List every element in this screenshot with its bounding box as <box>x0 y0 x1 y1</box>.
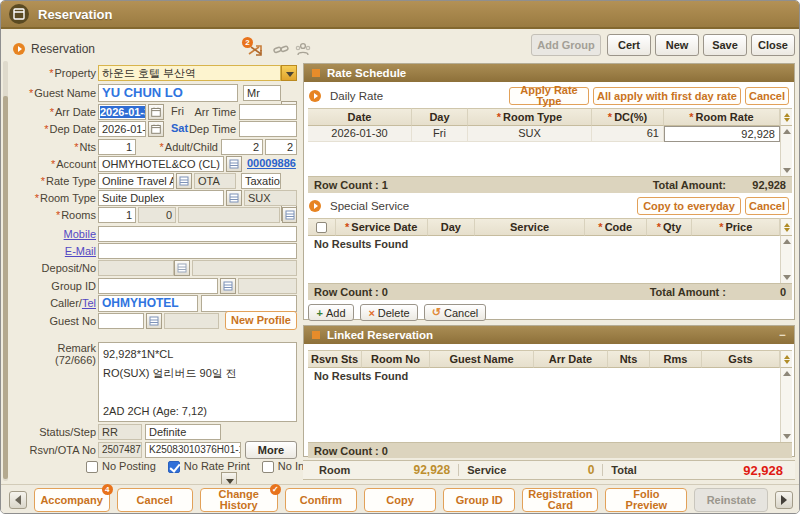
room-type-lookup-icon[interactable] <box>226 190 242 206</box>
linked-reservation-scrollbar[interactable] <box>780 368 792 442</box>
summary-room-label: Room <box>319 464 350 476</box>
nts-field[interactable]: 1 <box>98 139 136 155</box>
group-person-icon[interactable] <box>295 42 311 59</box>
folio-preview-button[interactable]: Folio Preview <box>605 488 687 512</box>
account-lookup-icon[interactable] <box>226 156 242 172</box>
arr-date-field[interactable]: 2026-01-30 <box>98 104 146 120</box>
accompany-button[interactable]: Accompany4 <box>34 488 110 512</box>
more-button[interactable]: More <box>245 441 297 459</box>
copy-to-everyday-button[interactable]: Copy to everyday <box>637 197 741 215</box>
copy-button[interactable]: Copy <box>364 488 436 512</box>
remark-textarea[interactable]: 92,928*1N*CL RO(SUX) 얼리버드 90일 전 2AD 2CH … <box>98 342 297 422</box>
left-scrollbar-thumb[interactable] <box>3 96 8 479</box>
tel-link[interactable]: Tel <box>82 297 96 309</box>
guest-name-label: *Guest Name <box>9 85 96 101</box>
mobile-label[interactable]: Mobile <box>9 226 96 242</box>
toolbar-prev-button[interactable] <box>9 491 27 509</box>
rate-type-code-field: OTA <box>194 173 236 189</box>
caller-tel-field[interactable] <box>201 295 297 312</box>
linked-reservation-title: Linked Reservation <box>327 329 433 341</box>
arr-time-field[interactable] <box>239 104 297 120</box>
cert-button[interactable]: Cert <box>607 34 651 56</box>
daily-rate-cell-dc[interactable]: 61 <box>592 126 664 142</box>
room-type-field[interactable]: Suite Duplex <box>98 190 224 206</box>
email-field[interactable] <box>98 243 297 259</box>
new-profile-button[interactable]: New Profile <box>225 311 297 330</box>
guest-name-field[interactable]: YU CHUN LO <box>98 84 238 102</box>
close-button[interactable]: Close <box>751 34 795 56</box>
special-service-bar: Special Service Copy to everyday Cancel <box>304 196 794 216</box>
special-service-actions: +Add ×Delete ↺Cancel <box>308 304 486 321</box>
special-service-scrollbar[interactable] <box>780 236 792 283</box>
caller-field[interactable]: OHMYHOTEL <box>98 295 198 312</box>
add-row-button[interactable]: +Add <box>308 304 354 321</box>
daily-rate-cell-room-type[interactable]: SUX <box>468 126 592 142</box>
property-field[interactable]: 하운드 호텔 부산역 <box>98 65 281 81</box>
adult-field[interactable]: 2 <box>221 139 263 155</box>
daily-rate-title: Daily Rate <box>330 90 383 102</box>
rate-schedule-title: Rate Schedule <box>327 67 406 79</box>
guest-no-lookup-icon[interactable] <box>146 313 162 329</box>
special-service-empty-text: No Results Found <box>308 236 780 252</box>
property-dropdown-button[interactable] <box>281 65 297 81</box>
apply-rate-type-button[interactable]: Apply Rate Type <box>509 87 589 105</box>
rsvn-no-field: 25074872 <box>98 442 142 458</box>
rooms-field[interactable]: 1 <box>98 207 136 223</box>
linked-reservation-grid: Rsvn Sts Room No Guest Name Arr Date Nts… <box>308 350 792 458</box>
special-service-cancel-button[interactable]: Cancel <box>745 197 789 215</box>
confirm-button[interactable]: Confirm <box>285 488 357 512</box>
taxation-field[interactable]: Taxation <box>241 173 281 189</box>
new-button[interactable]: New <box>655 34 699 56</box>
ota-no-field[interactable]: K25083010376H01-1 <box>145 442 241 458</box>
group-id-field[interactable] <box>98 278 218 294</box>
daily-rate-scrollbar[interactable] <box>780 126 792 176</box>
special-service-sort-control[interactable] <box>780 218 792 236</box>
no-information-checkbox[interactable] <box>262 461 274 473</box>
arr-date-calendar-icon[interactable] <box>148 104 164 120</box>
no-posting-checkbox[interactable] <box>86 461 98 473</box>
rate-type-lookup-icon[interactable] <box>176 173 192 189</box>
linked-reservation-row-count: Row Count : 0 <box>314 445 388 457</box>
daily-rate-sort-control[interactable] <box>780 108 792 126</box>
link-icon[interactable] <box>273 43 289 59</box>
change-history-button[interactable]: Change History✓ <box>200 488 278 512</box>
daily-rate-cancel-button[interactable]: Cancel <box>745 87 789 105</box>
daily-rate-cell-date[interactable]: 2026-01-30 <box>308 126 412 142</box>
dep-date-field[interactable]: 2026-01-31 <box>98 121 146 137</box>
col-dc: *DC(%) <box>592 108 664 126</box>
account-field[interactable]: OHMYHOTEL&CO (CL) <box>98 156 224 172</box>
mobile-field[interactable] <box>98 226 297 242</box>
toolbar-next-button[interactable] <box>775 491 793 509</box>
col-service: Service <box>475 218 585 236</box>
no-rate-print-checkbox[interactable] <box>168 461 180 473</box>
rate-type-label: *Rate Type <box>9 173 96 189</box>
delete-row-button[interactable]: ×Delete <box>360 304 418 321</box>
dep-date-calendar-icon[interactable] <box>148 121 164 137</box>
group-id-lookup-icon[interactable] <box>220 278 236 294</box>
rate-type-field[interactable]: Online Travel Agent <box>98 173 174 189</box>
daily-rate-cell-room-rate[interactable]: 92,928 <box>664 126 780 142</box>
step-field[interactable]: Definite <box>145 424 221 440</box>
guest-title-field[interactable]: Mr <box>243 85 281 101</box>
linked-reservation-sort-control[interactable] <box>780 350 792 368</box>
dep-time-field[interactable] <box>239 121 297 137</box>
registration-card-button[interactable]: Registration Card <box>522 488 598 512</box>
daily-rate-cell-day[interactable]: Fri <box>412 126 468 142</box>
group-id-button[interactable]: Group ID <box>443 488 515 512</box>
cancel-button[interactable]: Cancel <box>117 488 193 512</box>
room-type-label: *Room Type <box>9 190 96 206</box>
guest-no-field[interactable] <box>98 313 144 329</box>
account-number-link[interactable]: 00009886 <box>247 157 296 169</box>
left-scrollbar[interactable] <box>3 61 8 481</box>
child-field[interactable]: 2 <box>265 139 297 155</box>
save-button[interactable]: Save <box>703 34 747 56</box>
collapse-icon[interactable]: − <box>779 329 786 341</box>
all-apply-first-day-rate-button[interactable]: All apply with first day rate <box>593 87 741 105</box>
summary-service-value: 0 <box>506 463 594 477</box>
cancel-row-button[interactable]: ↺Cancel <box>424 304 486 321</box>
rooms-lookup-icon[interactable] <box>282 207 297 223</box>
col-select-all[interactable] <box>308 218 336 236</box>
email-label[interactable]: E-Mail <box>9 243 96 259</box>
col-room-type: *Room Type <box>468 108 592 126</box>
col-service-date: *Service Date <box>336 218 428 236</box>
